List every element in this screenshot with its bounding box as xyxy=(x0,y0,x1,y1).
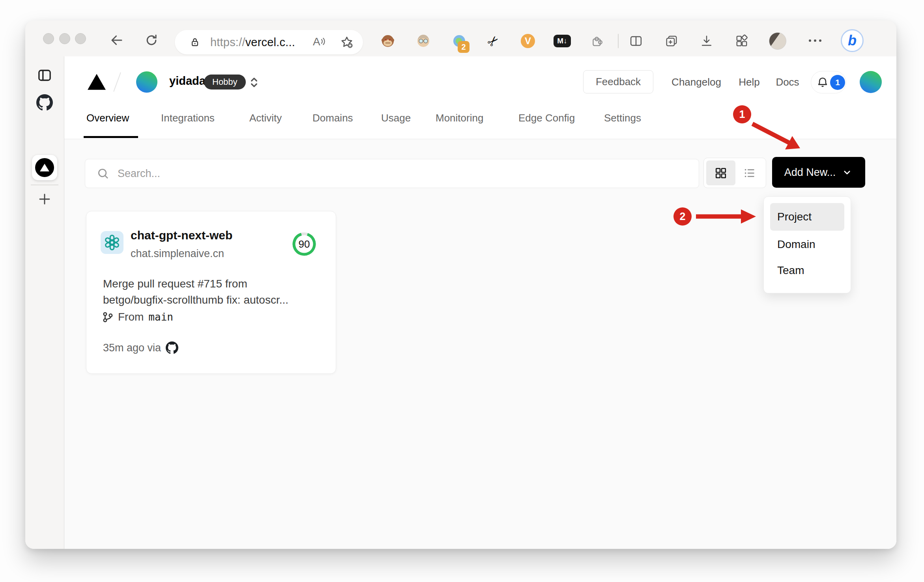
search-icon xyxy=(96,167,110,180)
new-tab-icon[interactable] xyxy=(37,192,52,206)
address-bar[interactable]: https://vercel.c... A xyxy=(175,30,363,54)
active-tab-underline xyxy=(84,136,138,138)
read-aloud-icon[interactable]: A xyxy=(313,35,327,48)
browser-sidebar xyxy=(25,56,64,549)
list-view-button[interactable] xyxy=(736,160,763,185)
scissors-extension-icon[interactable]: ✂ xyxy=(484,30,504,50)
tab-overview[interactable]: Overview xyxy=(86,112,129,124)
tab-edge-config[interactable]: Edge Config xyxy=(518,112,575,124)
tab-actions-icon[interactable] xyxy=(37,67,52,83)
commit-message: Merge pull request #715 from betgo/bugfi… xyxy=(103,276,288,308)
lighthouse-score: 90 xyxy=(292,231,317,257)
search-box xyxy=(85,159,699,188)
refresh-icon[interactable] xyxy=(144,33,159,47)
lock-icon xyxy=(189,36,201,48)
url-text: https://vercel.c... xyxy=(210,36,295,49)
browser-profile-avatar[interactable] xyxy=(769,32,786,50)
back-icon[interactable] xyxy=(110,33,124,47)
markdown-extension-icon[interactable]: M↓ xyxy=(554,35,571,47)
url-host: vercel.c... xyxy=(245,36,295,48)
granny-extension-icon[interactable] xyxy=(416,34,430,48)
tab-settings[interactable]: Settings xyxy=(604,112,641,124)
tab-activity[interactable]: Activity xyxy=(249,112,282,124)
bell-icon xyxy=(816,76,829,89)
extension-badge: 2 xyxy=(458,41,469,53)
split-screen-icon[interactable] xyxy=(629,34,643,48)
score-value: 90 xyxy=(292,231,317,257)
github-tab-icon[interactable] xyxy=(36,94,53,111)
monkey-extension-icon[interactable] xyxy=(381,34,395,48)
deploy-time: 35m ago via xyxy=(103,342,161,354)
grid-view-icon xyxy=(714,166,728,180)
breadcrumb-slash xyxy=(113,72,121,92)
nav-docs[interactable]: Docs xyxy=(776,76,799,88)
annotation-step-1: 1 xyxy=(733,105,751,123)
browser-toolbar: https://vercel.c... A xyxy=(25,21,896,56)
user-avatar[interactable] xyxy=(860,71,882,93)
tab-monitoring[interactable]: Monitoring xyxy=(436,112,483,124)
browser-window: https://vercel.c... A xyxy=(25,21,896,549)
list-view-icon xyxy=(743,166,756,180)
vercel-dashboard: yidadaa Hobby Feedback Changelog Help Do… xyxy=(64,56,896,549)
search-input[interactable] xyxy=(117,167,631,180)
plan-badge: Hobby xyxy=(204,75,246,90)
github-icon xyxy=(166,341,178,354)
deploy-meta: 35m ago via xyxy=(103,341,178,354)
sidebar-divider xyxy=(31,185,58,185)
favorite-star-icon[interactable] xyxy=(340,35,354,49)
chevron-down-icon xyxy=(841,166,853,178)
project-domain[interactable]: chat.simplenaive.cn xyxy=(131,248,224,260)
bing-chat-icon[interactable]: b xyxy=(841,29,864,52)
project-name[interactable]: chat-gpt-next-web xyxy=(131,229,232,242)
team-switcher-icon[interactable] xyxy=(247,75,262,90)
grid-view-button[interactable] xyxy=(706,160,735,185)
tab-domains[interactable]: Domains xyxy=(312,112,353,124)
url-scheme: https:// xyxy=(210,36,245,48)
project-card[interactable]: chat-gpt-next-web chat.simplenaive.cn 90… xyxy=(86,211,336,374)
menu-item-team[interactable]: Team xyxy=(770,258,844,283)
v-extension-icon[interactable]: V xyxy=(521,34,535,48)
project-logo-tile xyxy=(101,231,123,254)
tab-integrations[interactable]: Integrations xyxy=(161,112,215,124)
tab-usage[interactable]: Usage xyxy=(381,112,411,124)
branch-name: main xyxy=(148,311,173,323)
downloads-icon[interactable] xyxy=(700,34,714,48)
more-menu-icon[interactable] xyxy=(809,39,821,42)
menu-item-domain[interactable]: Domain xyxy=(770,232,844,257)
menu-item-project[interactable]: Project xyxy=(770,203,844,231)
nav-changelog[interactable]: Changelog xyxy=(671,76,721,88)
annotation-step-2: 2 xyxy=(673,207,692,226)
traffic-light-close[interactable] xyxy=(43,33,54,44)
browser-essentials-icon[interactable] xyxy=(735,34,749,48)
extensions-puzzle-icon[interactable] xyxy=(591,34,605,48)
feedback-button[interactable]: Feedback xyxy=(583,70,653,93)
vercel-favicon xyxy=(35,158,54,177)
openai-logo-icon xyxy=(104,234,120,251)
branch-row: From main xyxy=(102,311,173,323)
traffic-light-zoom[interactable] xyxy=(75,33,86,44)
branch-label: From xyxy=(118,311,144,323)
git-branch-icon xyxy=(102,312,113,323)
toolbar-separator xyxy=(618,34,619,48)
add-new-menu: Project Domain Team xyxy=(763,196,851,293)
collections-icon[interactable] xyxy=(664,34,679,48)
team-avatar[interactable] xyxy=(136,71,157,93)
view-toggle xyxy=(703,158,766,188)
vercel-logo[interactable] xyxy=(88,74,106,90)
notification-badge: 1 xyxy=(830,75,845,90)
vercel-tab-active[interactable] xyxy=(32,155,57,180)
nav-help[interactable]: Help xyxy=(739,76,759,88)
add-new-button[interactable]: Add New... xyxy=(772,157,865,188)
traffic-light-minimize[interactable] xyxy=(59,33,70,44)
notifications-button[interactable]: 1 xyxy=(811,71,846,93)
